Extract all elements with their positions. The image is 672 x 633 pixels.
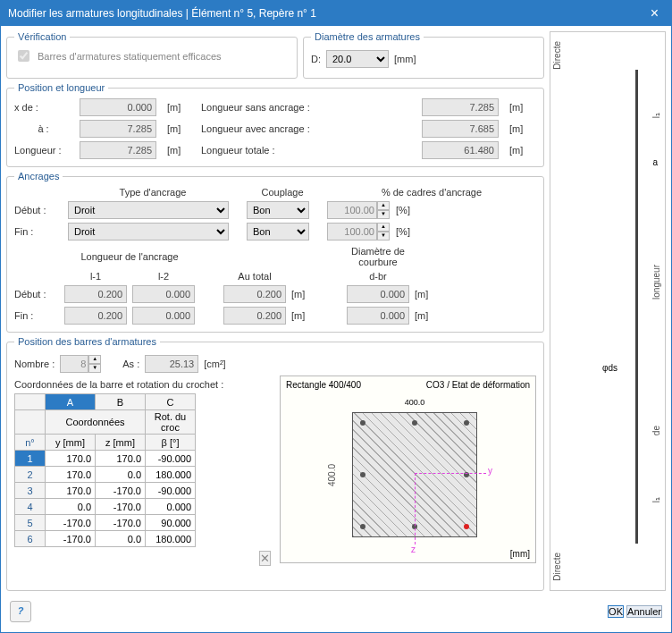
coord-hdr: Coordonnées de la barre et rotation du c…: [14, 379, 271, 390]
table-row[interactable]: 1170.0170.0-90.000: [15, 451, 196, 467]
lsa-label: Longueur sans ancrage :: [201, 102, 415, 113]
table-row[interactable]: 2170.00.0180.000: [15, 467, 196, 483]
anc-debut-type[interactable]: Droit: [68, 201, 229, 219]
verification-group: Vérification Barres d'armatures statique…: [6, 31, 298, 79]
f-dbr: 0.000: [347, 307, 409, 325]
lt-unit: [m]: [509, 145, 536, 156]
anc-pct-hdr: % de cadres d'ancrage: [327, 187, 536, 198]
anc-coup-hdr: Couplage: [247, 187, 318, 198]
lsa-unit: [m]: [509, 102, 536, 113]
laa-unit: [m]: [509, 123, 536, 134]
anc-l2: l-2: [132, 271, 195, 282]
lt-value: 61.480: [422, 141, 499, 159]
long-unit: [m]: [167, 145, 194, 156]
static-bars-checkbox[interactable]: Barres d'armatures statiquement efficace…: [14, 47, 290, 64]
delete-row-icon[interactable]: ✕: [259, 551, 271, 566]
f-l1: 0.200: [64, 307, 127, 325]
cancel-button[interactable]: Annuler: [626, 605, 662, 618]
preview-unit: [mm]: [510, 549, 530, 559]
f-l2: 0.000: [132, 307, 195, 325]
anc-lh: Longueur de l'ancrage: [64, 251, 195, 262]
anchorage-group: Ancrages Type d'ancrage Couplage % de ca…: [6, 171, 544, 333]
d-dbr: 0.000: [347, 285, 409, 303]
position-length-group: Position et longueur x de : 0.000 [m] Lo…: [6, 82, 544, 167]
a-unit: [m]: [167, 123, 194, 134]
a-value: 7.285: [80, 120, 156, 138]
nbr-label: Nombre :: [14, 359, 55, 369]
anc-type-hdr: Type d'ancrage: [68, 187, 238, 198]
anc-pctu: [%]: [396, 205, 410, 215]
table-row[interactable]: 3170.0-170.0-90.000: [15, 483, 196, 499]
anc-tot: Au total: [223, 271, 286, 282]
directe-top: Directe: [552, 41, 562, 70]
position-length-legend: Position et longueur: [14, 82, 108, 93]
preview-state: CO3 / Etat de déformation: [426, 380, 530, 390]
d-l1: 0.200: [64, 285, 127, 303]
anc2-fin: Fin :: [14, 310, 59, 321]
static-bars-cb-input[interactable]: [18, 50, 29, 62]
section-preview: Rectangle 400/400 CO3 / Etat de déformat…: [280, 376, 536, 563]
side-preview: Directe Directe longueur a de φds l₁ l₁: [550, 31, 666, 591]
d-tot: 0.200: [223, 285, 286, 303]
anc-fin-coup[interactable]: Bon: [247, 223, 309, 241]
anc-dbr: Diamètre de courbure: [347, 246, 409, 267]
long-value: 7.285: [80, 141, 156, 159]
anchorage-legend: Ancrages: [14, 171, 63, 181]
bars-legend: Position des barres d'armatures: [14, 336, 160, 347]
lt-label: Longueur totale :: [201, 145, 415, 156]
verification-legend: Vérification: [14, 31, 70, 42]
titlebar: Modifier les armatures longitudinales | …: [1, 1, 671, 26]
help-icon[interactable]: ?: [10, 601, 31, 622]
diameter-label: D:: [311, 54, 321, 64]
anc-debut-coup[interactable]: Bon: [247, 201, 309, 219]
d-l2: 0.000: [132, 285, 195, 303]
close-icon[interactable]: ×: [645, 5, 664, 21]
table-row[interactable]: 6-170.00.0180.000: [15, 531, 196, 547]
anc-pctu2: [%]: [396, 226, 410, 237]
table-row[interactable]: 5-170.0-170.090.000: [15, 515, 196, 531]
diameter-group: Diamètre des armatures D: 20.0 [mm]: [303, 31, 544, 79]
anc-l1: l-1: [64, 271, 127, 282]
lsa-value: 7.285: [422, 98, 499, 116]
long-label: Longueur :: [14, 145, 72, 156]
as-value: 25.13: [145, 355, 198, 373]
diameter-select[interactable]: 20.0: [326, 50, 389, 68]
ok-button[interactable]: OK: [608, 605, 624, 618]
table-row[interactable]: 40.0-170.00.000: [15, 499, 196, 515]
f-tot: 0.200: [223, 307, 286, 325]
static-bars-label: Barres d'armatures statiquement efficace…: [38, 51, 222, 62]
anc2-debut: Début :: [14, 289, 59, 300]
preview-title: Rectangle 400/400: [286, 380, 361, 390]
anc-fin-pct[interactable]: ▲▼: [327, 223, 390, 241]
diameter-unit: [mm]: [394, 54, 416, 64]
bars-group: Position des barres d'armatures Nombre :…: [6, 336, 544, 591]
as-label: As :: [122, 359, 139, 369]
anc-dbr2: d-br: [347, 271, 409, 282]
anc-fin-label: Fin :: [14, 226, 59, 237]
coord-table[interactable]: ABC CoordonnéesRot. du croc n°y [mm]z [m…: [14, 393, 196, 547]
a-label: à :: [14, 123, 72, 134]
xde-label: x de :: [14, 102, 72, 113]
diameter-legend: Diamètre des armatures: [311, 31, 424, 42]
xde-value: 0.000: [80, 98, 156, 116]
laa-value: 7.685: [422, 120, 499, 138]
xde-unit: [m]: [167, 102, 194, 113]
nbr-spinner[interactable]: ▲▼: [60, 355, 101, 373]
laa-label: Longueur avec ancrage :: [201, 123, 415, 134]
window-title: Modifier les armatures longitudinales | …: [8, 7, 316, 20]
anc-debut-label: Début :: [14, 205, 59, 215]
anc-fin-type[interactable]: Droit: [68, 223, 229, 241]
as-unit: [cm²]: [204, 359, 225, 369]
anc-debut-pct[interactable]: ▲▼: [327, 201, 390, 219]
